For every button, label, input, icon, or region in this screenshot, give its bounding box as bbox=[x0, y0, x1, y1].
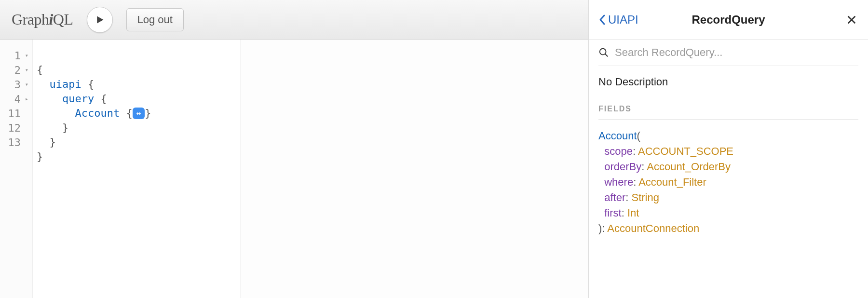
code-fold-toggle[interactable]: ↔ bbox=[133, 108, 145, 119]
field-arg: after bbox=[604, 191, 625, 203]
editor-code[interactable]: { uiapi { query { Account {↔} } } } bbox=[33, 40, 157, 298]
play-icon bbox=[95, 14, 105, 25]
gutter-line: 1▾ bbox=[6, 48, 28, 63]
type-link[interactable]: Int bbox=[627, 207, 639, 219]
docs-section-fields: FIELDS bbox=[598, 98, 858, 120]
editor-gutter: 1▾2▾3▾4▸111213 bbox=[0, 40, 33, 298]
gutter-line: 2▾ bbox=[6, 63, 28, 77]
app-logo: GraphiQL bbox=[12, 11, 73, 28]
logout-button[interactable]: Log out bbox=[126, 8, 184, 31]
docs-back-button[interactable]: UIAPI bbox=[598, 13, 638, 27]
field-arg: orderBy bbox=[604, 161, 641, 173]
run-query-button[interactable] bbox=[87, 7, 113, 33]
gutter-line: 4▸ bbox=[6, 92, 28, 106]
type-link[interactable]: ACCOUNT_SCOPE bbox=[638, 145, 733, 157]
close-icon bbox=[846, 14, 857, 25]
type-link[interactable]: String bbox=[632, 191, 659, 203]
gutter-line: 11 bbox=[6, 106, 28, 121]
gutter-line: 12 bbox=[6, 121, 28, 135]
field-arg: first bbox=[604, 207, 621, 219]
docs-description: No Description bbox=[598, 66, 858, 98]
field-name[interactable]: Account bbox=[598, 130, 637, 142]
search-icon bbox=[598, 47, 609, 58]
query-editor[interactable]: 1▾2▾3▾4▸111213 { uiapi { query { Account… bbox=[0, 40, 241, 298]
docs-search-input[interactable] bbox=[615, 46, 858, 59]
field-arg: where bbox=[604, 176, 633, 188]
type-link[interactable]: Account_Filter bbox=[638, 176, 706, 188]
gutter-line: 3▾ bbox=[6, 77, 28, 92]
gutter-line: 13 bbox=[6, 135, 28, 149]
svg-point-0 bbox=[600, 49, 606, 55]
type-link[interactable]: AccountConnection bbox=[607, 222, 699, 234]
docs-close-button[interactable] bbox=[845, 13, 858, 27]
field-arg: scope bbox=[604, 145, 633, 157]
type-link[interactable]: Account_OrderBy bbox=[647, 161, 731, 173]
docs-back-label: UIAPI bbox=[608, 13, 638, 27]
docs-field-signature: Account( scope: ACCOUNT_SCOPE orderBy: A… bbox=[598, 120, 858, 236]
chevron-left-icon bbox=[598, 14, 606, 26]
